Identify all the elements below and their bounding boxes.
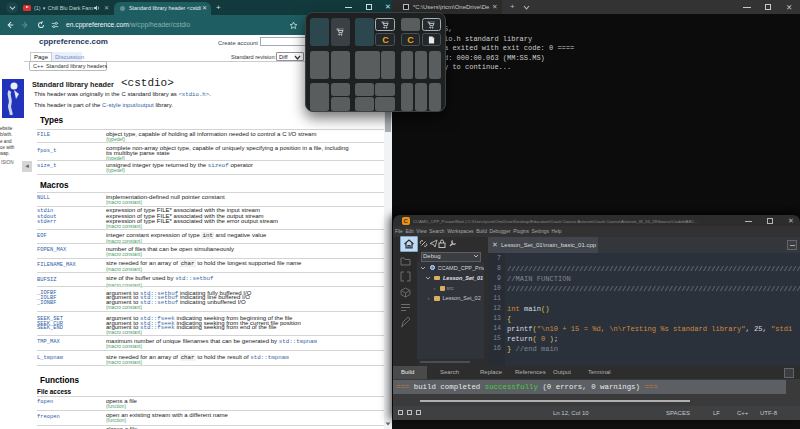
svg-text:C: C (382, 35, 389, 44)
svg-text:C: C (407, 35, 414, 44)
